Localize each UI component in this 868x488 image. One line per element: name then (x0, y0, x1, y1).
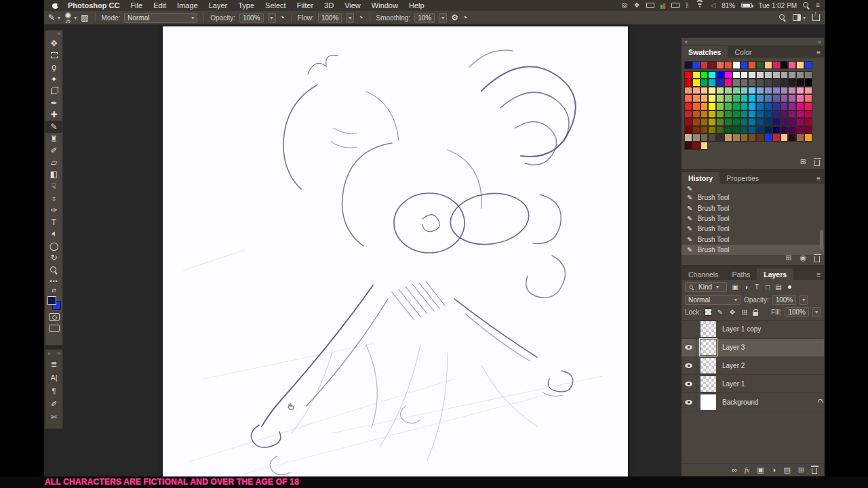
swatch[interactable] (804, 118, 812, 126)
swatch[interactable] (804, 110, 812, 119)
lock-option-icon[interactable]: ✥ (728, 308, 737, 316)
tool-button[interactable]: ✚ (45, 109, 62, 121)
tool-button[interactable]: ↻ (45, 252, 62, 264)
new-group-icon[interactable]: ▤ (783, 466, 790, 474)
tool-button[interactable]: ••• (45, 276, 62, 288)
collapsed-panel-icon[interactable]: ✄ (45, 411, 62, 424)
swatch[interactable] (788, 134, 796, 142)
swatch[interactable] (796, 94, 804, 102)
toggle-brush-panel-icon[interactable]: ▨ (81, 14, 88, 22)
swatch[interactable] (716, 118, 724, 126)
lock-all-icon[interactable] (753, 312, 758, 316)
airbrush-icon[interactable]: ◔ (358, 14, 363, 22)
layer-row[interactable]: Layer 1 copy (682, 321, 824, 339)
panel-tab[interactable]: Channels (682, 268, 725, 280)
swatch[interactable] (692, 142, 701, 150)
swatch[interactable] (781, 79, 789, 87)
swatch[interactable] (781, 94, 789, 102)
flow-chevron[interactable]: ▾ (346, 13, 354, 23)
tool-button[interactable]: ▱ (45, 157, 62, 169)
swatch[interactable] (724, 87, 732, 95)
new-doc-from-state-icon[interactable]: ⊞ (785, 253, 791, 262)
swatch[interactable] (748, 118, 756, 126)
collapsed-panel-icon[interactable]: ≣ (45, 358, 62, 371)
layer-row[interactable]: Layer 1 (682, 375, 824, 393)
swatch[interactable] (804, 87, 812, 95)
swatch[interactable] (772, 110, 781, 119)
swatch[interactable] (708, 102, 716, 110)
tool-button[interactable]: ◧ (45, 169, 62, 181)
swatch[interactable] (741, 110, 749, 119)
swatch[interactable] (716, 126, 724, 134)
swatch[interactable] (796, 134, 804, 142)
battery-icon[interactable] (741, 3, 752, 8)
tool-button[interactable] (45, 264, 62, 276)
flow-value[interactable]: 100% (318, 13, 342, 23)
collapsed-panel-icon[interactable]: ✐ (45, 398, 62, 411)
tool-button[interactable]: ✒ (45, 97, 62, 109)
swatch[interactable] (781, 71, 789, 79)
swatch[interactable] (724, 134, 732, 142)
swatch[interactable] (724, 71, 732, 79)
swatch[interactable] (781, 126, 789, 134)
search-icon[interactable] (779, 14, 786, 21)
share-icon[interactable] (812, 14, 820, 21)
swatch[interactable] (772, 79, 781, 87)
swatch[interactable] (772, 87, 781, 95)
tool-button[interactable]: ✎ (45, 121, 62, 133)
swatch[interactable] (788, 110, 796, 119)
panel-tab[interactable]: Swatches (682, 46, 728, 58)
panel-tab[interactable]: Properties (719, 172, 766, 184)
tool-button[interactable]: ✑ (45, 204, 62, 216)
collapse-icon[interactable]: » (818, 39, 821, 45)
swatch[interactable] (708, 61, 716, 69)
swatch[interactable] (692, 71, 701, 79)
swatch[interactable] (732, 110, 741, 119)
swatch[interactable] (701, 71, 709, 79)
swatch[interactable] (708, 126, 716, 134)
lock-transparency-icon[interactable] (705, 308, 712, 316)
swatch[interactable] (716, 61, 724, 69)
layer-filter-icon[interactable]: ▤ (774, 283, 783, 291)
swatch[interactable] (764, 79, 772, 87)
swatch[interactable] (741, 102, 749, 110)
layer-row[interactable]: Layer 2 (682, 357, 824, 375)
swatch[interactable] (741, 71, 749, 79)
swatch[interactable] (741, 61, 749, 69)
layer-thumbnail[interactable] (701, 358, 716, 373)
swatch[interactable] (756, 126, 764, 134)
dropbox-icon[interactable]: ❖ (634, 2, 640, 9)
tool-button[interactable]: ✐ (45, 144, 62, 157)
menu-item[interactable]: Help (409, 1, 425, 9)
swatch[interactable] (692, 94, 701, 102)
swatch[interactable] (724, 79, 732, 87)
notification-center-icon[interactable]: ≡ (816, 2, 820, 9)
swatch[interactable] (772, 71, 781, 79)
swatch[interactable] (701, 110, 709, 119)
swatch[interactable] (716, 87, 724, 95)
layer-filter-icon[interactable]: ▣ (730, 283, 740, 291)
panel-tab[interactable]: Color (728, 46, 758, 58)
swatch[interactable] (724, 118, 732, 126)
swatch[interactable] (788, 118, 796, 126)
swatch[interactable] (764, 87, 772, 95)
foreground-color-chip[interactable] (47, 296, 56, 305)
close-icon[interactable]: × (684, 39, 688, 45)
history-state[interactable]: ✎ Brush Tool (682, 224, 824, 234)
swatch[interactable] (741, 79, 749, 87)
swatch[interactable] (764, 134, 772, 142)
menu-item[interactable]: Layer (209, 1, 228, 9)
layer-thumbnail[interactable] (701, 321, 716, 337)
tool-button[interactable] (45, 85, 62, 97)
swatch[interactable] (804, 71, 812, 79)
swatch[interactable] (788, 61, 796, 69)
swatch[interactable] (701, 61, 709, 69)
swatch[interactable] (756, 87, 764, 95)
swatch[interactable] (701, 118, 709, 126)
swatch[interactable] (781, 102, 789, 110)
collapsed-panel-icon[interactable]: ¶ (45, 384, 62, 398)
spotlight-icon[interactable] (803, 2, 810, 9)
swatch[interactable] (756, 79, 764, 87)
panel-tab[interactable]: Layers (757, 268, 793, 280)
tool-button[interactable]: ϙ (45, 61, 62, 73)
